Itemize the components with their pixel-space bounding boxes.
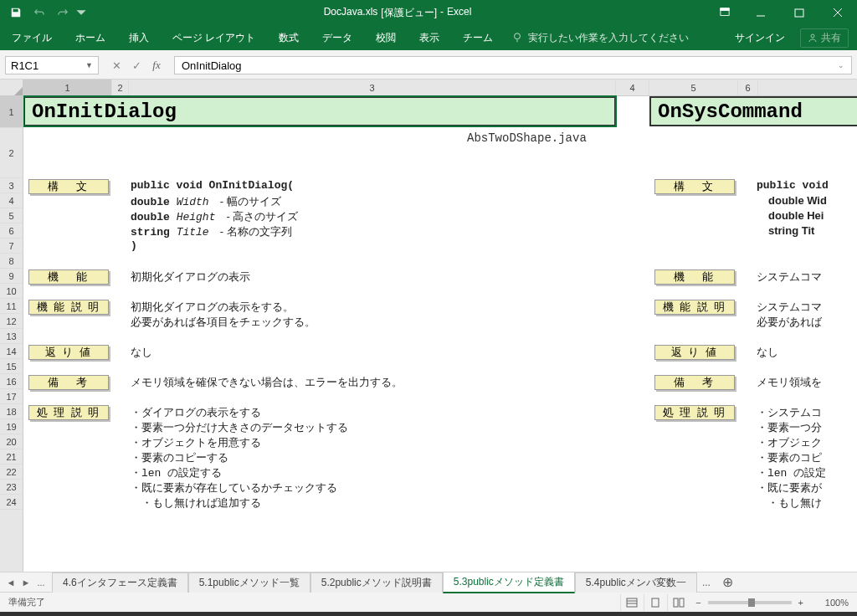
tab-view[interactable]: 表示 xyxy=(408,25,451,50)
sheet-tab-3[interactable]: 5.3publicメソッド定義書 xyxy=(443,572,575,593)
syntax-p3-left: string Title - 名称の文字列 xyxy=(131,224,292,239)
col-header-1[interactable]: 1 xyxy=(23,80,112,95)
sheet-tab-2[interactable]: 5.2publicメソッド説明書 xyxy=(310,572,443,593)
row-header-5[interactable]: 5 xyxy=(0,208,23,223)
maximize-button[interactable] xyxy=(780,0,819,25)
row-header-9[interactable]: 9 xyxy=(0,269,23,284)
row-header-24[interactable]: 24 xyxy=(0,495,23,510)
formula-bar[interactable]: OnInitDialog ⌄ xyxy=(174,56,852,74)
lightbulb-icon xyxy=(511,32,523,44)
sheet-tab-strip: ◄ ► ... 4.6インタフェース定義書 5.1publicメソッド一覧 5.… xyxy=(0,572,857,592)
sheet-tab-0[interactable]: 4.6インタフェース定義書 xyxy=(52,572,188,593)
label-remarks-right: 備 考 xyxy=(654,375,735,390)
tell-me-search[interactable]: 実行したい作業を入力してください xyxy=(511,31,689,45)
zoom-slider[interactable] xyxy=(708,601,792,604)
sheet-nav-more-right[interactable]: ... xyxy=(697,577,716,588)
row-header-4[interactable]: 4 xyxy=(0,193,23,208)
row-header-17[interactable]: 17 xyxy=(0,389,23,404)
row-header-8[interactable]: 8 xyxy=(0,254,23,269)
row-header-22[interactable]: 22 xyxy=(0,465,23,480)
name-box-value: R1C1 xyxy=(11,59,38,72)
method-title-right[interactable]: OnSysCommand xyxy=(649,96,857,126)
page-break-view-button[interactable] xyxy=(667,594,689,611)
row-header-14[interactable]: 14 xyxy=(0,344,23,359)
funcdesc-2-right: 必要があれば xyxy=(757,315,822,330)
tab-team[interactable]: チーム xyxy=(451,25,505,50)
method-title-left[interactable]: OnInitDialog xyxy=(23,96,616,126)
proc-2-left: ・要素一つ分だけ大きさのデータセットする xyxy=(131,420,348,435)
sheet-nav-more[interactable]: ... xyxy=(35,578,47,588)
undo-button[interactable] xyxy=(28,2,50,23)
syntax-p3-right: string Tit xyxy=(768,224,814,238)
page-layout-view-button[interactable] xyxy=(644,594,665,611)
cancel-formula-button[interactable]: ✕ xyxy=(107,56,126,74)
window-controls xyxy=(708,0,857,25)
app-name-text: Excel xyxy=(447,6,471,20)
tab-formulas[interactable]: 数式 xyxy=(267,25,310,50)
tab-review[interactable]: 校閲 xyxy=(364,25,408,50)
tab-pagelayout[interactable]: ページ レイアウト xyxy=(161,25,267,50)
name-box[interactable]: R1C1 ▼ xyxy=(5,56,99,74)
zoom-in-button[interactable]: + xyxy=(798,598,803,608)
qat-customize-button[interactable] xyxy=(75,2,87,23)
expand-formula-bar-button[interactable]: ⌄ xyxy=(838,61,844,69)
row-header-1[interactable]: 1 xyxy=(0,96,23,128)
formula-bar-area: R1C1 ▼ ✕ ✓ fx OnInitDialog ⌄ xyxy=(0,50,857,80)
col-header-5[interactable]: 5 xyxy=(649,80,738,95)
share-button[interactable]: 共有 xyxy=(800,28,849,48)
status-bar: 準備完了 − + 100% xyxy=(0,592,857,612)
save-button[interactable] xyxy=(5,2,27,23)
row-header-11[interactable]: 11 xyxy=(0,299,23,314)
row-header-15[interactable]: 15 xyxy=(0,359,23,374)
row-header-10[interactable]: 10 xyxy=(0,284,23,299)
close-button[interactable] xyxy=(819,0,857,25)
tab-home[interactable]: ホーム xyxy=(64,25,117,50)
proc-6-left: ・既に要素が存在しているかチェックする xyxy=(131,480,337,495)
row-header-3[interactable]: 3 xyxy=(0,178,23,193)
tab-file[interactable]: ファイル xyxy=(0,25,64,50)
row-header-13[interactable]: 13 xyxy=(0,329,23,344)
enter-formula-button[interactable]: ✓ xyxy=(127,56,146,74)
zoom-out-button[interactable]: − xyxy=(695,598,700,608)
zoom-slider-thumb[interactable] xyxy=(748,598,755,607)
col-header-4[interactable]: 4 xyxy=(616,80,649,95)
proc-4-right: ・要素のコピ xyxy=(757,450,822,465)
row-header-20[interactable]: 20 xyxy=(0,434,23,449)
col-header-2[interactable]: 2 xyxy=(112,80,129,95)
normal-view-button[interactable] xyxy=(620,594,642,611)
view-switcher xyxy=(620,594,689,611)
minimize-button[interactable] xyxy=(742,0,780,25)
row-header-18[interactable]: 18 xyxy=(0,404,23,419)
signin-link[interactable]: サインイン xyxy=(735,31,785,45)
insert-function-button[interactable]: fx xyxy=(147,56,166,74)
sheet-nav-prev[interactable]: ► xyxy=(20,578,32,588)
row-header-2[interactable]: 2 xyxy=(0,128,23,178)
cells-area[interactable]: 1 2 3 4 5 6 OnInitDialog AbsTwoDShape.ja… xyxy=(23,80,857,572)
sheet-tab-4[interactable]: 5.4publicメンバ変数一 xyxy=(575,572,697,593)
label-syntax-left: 構 文 xyxy=(28,179,109,194)
undo-icon xyxy=(33,7,45,18)
filename-text: DocJava.xls xyxy=(324,6,378,20)
row-header-23[interactable]: 23 xyxy=(0,480,23,495)
normal-view-icon xyxy=(626,598,638,608)
formula-text: OnInitDialog xyxy=(182,59,242,72)
row-header-16[interactable]: 16 xyxy=(0,374,23,389)
title-bar: DocJava.xls [保護ビュー] - Excel xyxy=(0,0,857,25)
sheet-nav-first[interactable]: ◄ xyxy=(5,578,17,588)
row-header-12[interactable]: 12 xyxy=(0,314,23,329)
row-header-7[interactable]: 7 xyxy=(0,239,23,254)
row-header-6[interactable]: 6 xyxy=(0,223,23,239)
row-header-21[interactable]: 21 xyxy=(0,449,23,465)
row-header-19[interactable]: 19 xyxy=(0,419,23,434)
ribbon-display-options-button[interactable] xyxy=(708,0,742,25)
zoom-percent[interactable]: 100% xyxy=(810,598,849,608)
select-all-corner[interactable] xyxy=(0,80,23,96)
redo-button[interactable] xyxy=(52,2,74,23)
tab-data[interactable]: データ xyxy=(310,25,364,50)
maximize-icon xyxy=(794,8,804,18)
col-header-6[interactable]: 6 xyxy=(738,80,758,95)
col-header-3[interactable]: 3 xyxy=(129,80,616,95)
sheet-tab-1[interactable]: 5.1publicメソッド一覧 xyxy=(188,572,310,593)
new-sheet-button[interactable]: ⊕ xyxy=(716,574,740,590)
tab-insert[interactable]: 挿入 xyxy=(117,25,161,50)
